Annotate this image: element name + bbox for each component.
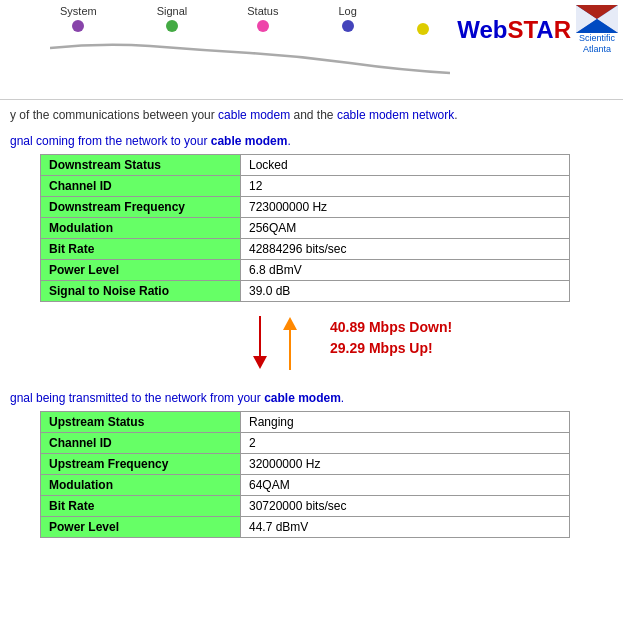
upstream-modulation-label: Modulation [41, 475, 241, 496]
nav-system-label: System [60, 5, 97, 17]
table-row: Channel ID 2 [41, 433, 570, 454]
nav-extra[interactable] [417, 23, 429, 35]
main-description: y of the communications between your cab… [0, 100, 623, 130]
desc-middle: and the [290, 108, 337, 122]
table-row: Downstream Frequency 723000000 Hz [41, 197, 570, 218]
modulation-label: Modulation [41, 218, 241, 239]
downstream-desc-text: gnal coming from the network to your [10, 134, 211, 148]
table-row: Signal to Noise Ratio 39.0 dB [41, 281, 570, 302]
upstream-freq-value: 32000000 Hz [241, 454, 570, 475]
bit-rate-value: 42884296 bits/sec [241, 239, 570, 260]
downstream-freq-label: Downstream Frequency [41, 197, 241, 218]
nav-log-label: Log [338, 5, 356, 17]
upstream-table: Upstream Status Ranging Channel ID 2 Ups… [40, 411, 570, 538]
downstream-table: Downstream Status Locked Channel ID 12 D… [40, 154, 570, 302]
nav-signal-label: Signal [157, 5, 188, 17]
upstream-channel-id-label: Channel ID [41, 433, 241, 454]
snr-label: Signal to Noise Ratio [41, 281, 241, 302]
nav-signal[interactable]: Signal [157, 5, 188, 32]
upstream-channel-id-value: 2 [241, 433, 570, 454]
desc-period: . [454, 108, 457, 122]
upstream-table-container: Upstream Status Ranging Channel ID 2 Ups… [40, 411, 613, 538]
scientific-label: ScientificAtlanta [579, 33, 615, 55]
upstream-bit-rate-value: 30720000 bits/sec [241, 496, 570, 517]
upstream-desc-text: gnal being transmitted to the network fr… [10, 391, 264, 405]
table-row: Upstream Frequency 32000000 Hz [41, 454, 570, 475]
channel-id-value: 12 [241, 176, 570, 197]
desc-cable-modem: cable modem [218, 108, 290, 122]
table-row: Downstream Status Locked [41, 155, 570, 176]
table-row: Modulation 64QAM [41, 475, 570, 496]
downstream-description: gnal coming from the network to your cab… [0, 130, 623, 154]
nav-status-dot [257, 20, 269, 32]
nav-system-dot [72, 20, 84, 32]
upstream-desc-period: . [341, 391, 344, 405]
snr-value: 39.0 dB [241, 281, 570, 302]
upstream-freq-label: Upstream Frequency [41, 454, 241, 475]
annotation-text: 40.89 Mbps Down! 29.29 Mbps Up! [330, 317, 452, 359]
upstream-bit-rate-label: Bit Rate [41, 496, 241, 517]
downstream-status-label: Downstream Status [41, 155, 241, 176]
bit-rate-label: Bit Rate [41, 239, 241, 260]
downstream-table-container: Downstream Status Locked Channel ID 12 D… [40, 154, 613, 302]
upstream-status-label: Upstream Status [41, 412, 241, 433]
annotation-line2: 29.29 Mbps Up! [330, 338, 452, 359]
nav-status-label: Status [247, 5, 278, 17]
annotation-area: 40.89 Mbps Down! 29.29 Mbps Up! [40, 312, 613, 387]
upstream-power-level-label: Power Level [41, 517, 241, 538]
table-row: Modulation 256QAM [41, 218, 570, 239]
nav-extra-dot [417, 23, 429, 35]
modulation-value: 256QAM [241, 218, 570, 239]
table-row: Upstream Status Ranging [41, 412, 570, 433]
downstream-desc-period: . [287, 134, 290, 148]
nav-log[interactable]: Log [338, 5, 356, 32]
svg-marker-8 [283, 317, 297, 330]
downstream-freq-value: 723000000 Hz [241, 197, 570, 218]
downstream-status-value: Locked [241, 155, 570, 176]
desc-cable-network: cable modem network [337, 108, 454, 122]
desc-prefix: y of the communications between your [10, 108, 218, 122]
downstream-cable-modem: cable modem [211, 134, 288, 148]
nav-signal-dot [166, 20, 178, 32]
nav-system[interactable]: System [60, 5, 97, 32]
upstream-cable-modem: cable modem [264, 391, 341, 405]
upstream-description: gnal being transmitted to the network fr… [0, 387, 623, 411]
nav-log-dot [342, 20, 354, 32]
power-level-label: Power Level [41, 260, 241, 281]
annotation-line1: 40.89 Mbps Down! [330, 317, 452, 338]
table-row: Power Level 6.8 dBmV [41, 260, 570, 281]
table-row: Bit Rate 42884296 bits/sec [41, 239, 570, 260]
power-level-value: 6.8 dBmV [241, 260, 570, 281]
nav-bar: System Signal Status Log WebSTAR [0, 0, 623, 100]
up-arrow-icon [255, 317, 325, 372]
upstream-modulation-value: 64QAM [241, 475, 570, 496]
channel-id-label: Channel ID [41, 176, 241, 197]
table-row: Power Level 44.7 dBmV [41, 517, 570, 538]
upstream-power-level-value: 44.7 dBmV [241, 517, 570, 538]
upstream-status-value: Ranging [241, 412, 570, 433]
table-row: Bit Rate 30720000 bits/sec [41, 496, 570, 517]
nav-status[interactable]: Status [247, 5, 278, 32]
nav-items: System Signal Status Log [0, 0, 623, 35]
table-row: Channel ID 12 [41, 176, 570, 197]
